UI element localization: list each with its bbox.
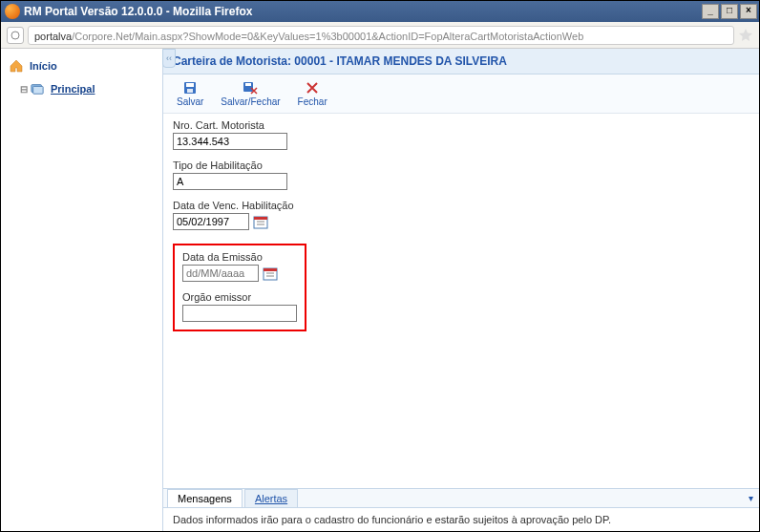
sidebar-collapse-handle[interactable]: ‹‹ <box>162 49 176 68</box>
calendar-icon-emissao[interactable] <box>263 266 278 281</box>
orgao-label: Orgão emissor <box>182 291 297 303</box>
calendar-icon[interactable] <box>253 214 268 229</box>
sidebar-principal-label: Principal <box>51 83 95 95</box>
content-pane: Carteira de Motorista: 00001 - ITAMAR ME… <box>163 49 759 531</box>
url-input[interactable]: portalva/Corpore.Net/Main.aspx?ShowMode=… <box>28 26 734 45</box>
field-orgao: Orgão emissor <box>182 291 297 322</box>
status-panel: Mensagens Alertas ▾ Dados informados irã… <box>163 488 759 531</box>
field-tipo: Tipo de Habilitação <box>173 160 749 190</box>
field-venc: Data de Venc. Habilitação <box>173 200 749 230</box>
tipo-label: Tipo de Habilitação <box>173 160 749 171</box>
svg-rect-2 <box>33 86 44 94</box>
site-identity-icon[interactable] <box>7 27 24 44</box>
field-emissao: Data da Emissão <box>182 251 297 282</box>
bookmark-star-icon[interactable] <box>738 28 753 43</box>
minimize-button[interactable]: _ <box>702 4 719 19</box>
emissao-input[interactable] <box>182 265 259 282</box>
app-body: ‹‹ Início ⊟ Principal Carteira de Motori… <box>1 49 759 531</box>
tipo-input[interactable] <box>173 173 287 190</box>
nro-input[interactable] <box>173 133 287 150</box>
save-close-button[interactable]: Salvar/Fechar <box>217 78 284 109</box>
svg-rect-5 <box>187 89 193 93</box>
orgao-input[interactable] <box>182 305 297 322</box>
save-icon <box>182 80 198 96</box>
tab-alertas[interactable]: Alertas <box>244 489 298 507</box>
sidebar: ‹‹ Início ⊟ Principal <box>1 49 163 531</box>
maximize-button[interactable]: □ <box>721 4 738 19</box>
toolbar: Salvar Salvar/Fechar Fechar <box>163 74 759 114</box>
close-button[interactable]: × <box>740 4 757 19</box>
tab-mensagens[interactable]: Mensagens <box>167 489 243 507</box>
form-area: Nro. Cart. Motorista Tipo de Habilitação… <box>163 114 759 488</box>
save-button[interactable]: Salvar <box>173 78 207 109</box>
svg-rect-4 <box>186 83 194 87</box>
field-nro-cart: Nro. Cart. Motorista <box>173 119 749 150</box>
window-buttons: _ □ × <box>702 4 757 19</box>
folder-icon <box>30 81 45 96</box>
close-icon <box>305 80 320 96</box>
window-titlebar: RM Portal Versão 12.0.0.0 - Mozilla Fire… <box>1 1 759 22</box>
url-bar: portalva/Corpore.Net/Main.aspx?ShowMode=… <box>1 22 759 49</box>
nro-label: Nro. Cart. Motorista <box>173 119 749 131</box>
highlight-box: Data da Emissão Orgão emissor <box>173 244 306 331</box>
venc-label: Data de Venc. Habilitação <box>173 200 749 211</box>
sidebar-item-inicio[interactable]: Início <box>1 54 162 77</box>
svg-point-0 <box>11 32 19 39</box>
save-close-icon <box>243 80 258 96</box>
window-title: RM Portal Versão 12.0.0.0 - Mozilla Fire… <box>24 5 702 18</box>
home-icon <box>9 58 24 74</box>
svg-rect-7 <box>245 83 251 86</box>
url-host: portalva <box>34 31 72 42</box>
emissao-label: Data da Emissão <box>182 251 297 263</box>
chevron-down-icon[interactable]: ▾ <box>749 493 753 503</box>
page-title: Carteira de Motorista: 00001 - ITAMAR ME… <box>163 49 759 74</box>
sidebar-item-principal[interactable]: ⊟ Principal <box>1 77 162 100</box>
status-message: Dados informados irão para o cadastro do… <box>163 507 759 531</box>
tree-collapse-icon[interactable]: ⊟ <box>20 84 28 95</box>
sidebar-inicio-label: Início <box>30 60 57 72</box>
close-label: Fechar <box>298 96 327 107</box>
close-button-toolbar[interactable]: Fechar <box>294 78 331 109</box>
firefox-icon <box>5 4 20 19</box>
svg-rect-9 <box>254 217 267 220</box>
url-path: /Corpore.Net/Main.aspx?ShowMode=0&KeyVal… <box>72 31 583 42</box>
save-label: Salvar <box>177 96 203 107</box>
save-close-label: Salvar/Fechar <box>221 96 280 107</box>
status-tabs-row: Mensagens Alertas ▾ <box>163 489 759 507</box>
venc-input[interactable] <box>173 213 249 230</box>
svg-rect-13 <box>264 268 277 271</box>
